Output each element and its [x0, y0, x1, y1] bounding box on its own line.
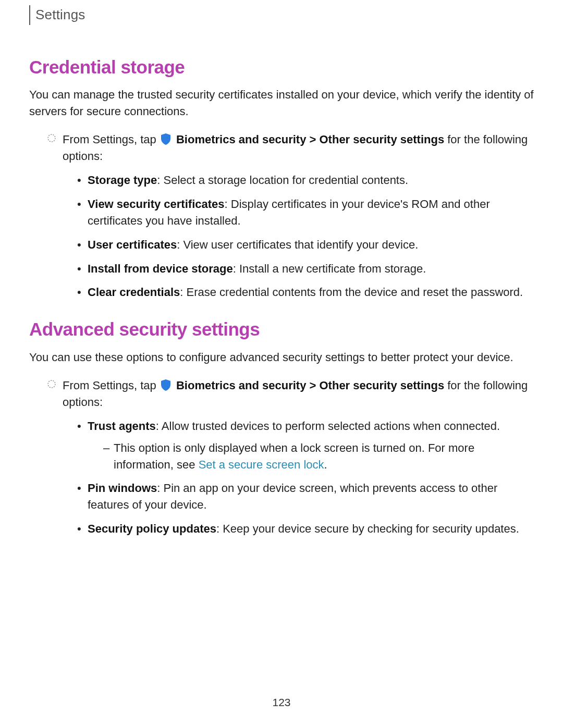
- step-marker-icon: [47, 133, 63, 167]
- breadcrumb: Settings: [35, 7, 85, 22]
- option-desc: : Allow trusted devices to perform selec…: [156, 419, 500, 433]
- nav-path-sep: >: [306, 379, 319, 392]
- list-item: View security certificates: Display cert…: [75, 196, 535, 229]
- option-label: View security certificates: [88, 198, 225, 211]
- section-intro: You can use these options to configure a…: [29, 349, 535, 366]
- screen-lock-link[interactable]: Set a secure screen lock: [199, 458, 324, 471]
- option-label: Install from device storage: [88, 262, 233, 275]
- instruction-step: From Settings, tap Biometrics and securi…: [29, 131, 535, 165]
- option-label: Clear credentials: [88, 286, 180, 299]
- section-intro: You can manage the trusted security cert…: [29, 87, 535, 120]
- page-number: 123: [0, 695, 563, 710]
- option-label: Trust agents: [88, 419, 156, 433]
- options-list-credential-storage: Storage type: Select a storage location …: [29, 172, 535, 301]
- option-label: Security policy updates: [88, 522, 216, 535]
- step-text: From Settings, tap Biometrics and securi…: [63, 377, 535, 411]
- option-label: User certificates: [88, 238, 177, 251]
- option-desc: : Install a new certificate from storage…: [233, 262, 426, 275]
- option-desc: : View user certificates that identify y…: [177, 238, 418, 251]
- list-item: Clear credentials: Erase credential cont…: [75, 284, 535, 301]
- step-marker-icon: [47, 379, 63, 413]
- section-title-credential-storage: Credential storage: [29, 54, 535, 81]
- nav-path-sep: >: [306, 133, 319, 146]
- svg-point-0: [48, 134, 55, 142]
- page-header: Settings: [29, 5, 535, 25]
- option-desc: : Erase credential contents from the dev…: [180, 286, 523, 299]
- sub-list-item: This option is only displayed when a loc…: [103, 440, 535, 473]
- biometrics-security-icon: [160, 133, 172, 145]
- list-item: User certificates: View user certificate…: [75, 237, 535, 253]
- options-list-advanced-security: Trust agents: Allow trusted devices to p…: [29, 418, 535, 537]
- nav-path-2: Other security settings: [320, 133, 445, 146]
- nav-path-1: Biometrics and security: [176, 133, 306, 146]
- sub-text-suffix: .: [324, 458, 327, 471]
- biometrics-security-icon: [160, 379, 172, 391]
- option-desc: : Keep your device secure by checking fo…: [216, 522, 519, 535]
- list-item: Trust agents: Allow trusted devices to p…: [75, 418, 535, 473]
- nav-path-2: Other security settings: [320, 379, 445, 392]
- instruction-step: From Settings, tap Biometrics and securi…: [29, 377, 535, 411]
- option-label: Storage type: [88, 174, 157, 187]
- step-prefix: From Settings, tap: [63, 379, 160, 392]
- list-item: Security policy updates: Keep your devic…: [75, 521, 535, 537]
- sub-list: This option is only displayed when a loc…: [88, 440, 535, 473]
- option-desc: : Select a storage location for credenti…: [157, 174, 408, 187]
- svg-point-1: [48, 380, 55, 388]
- section-title-advanced-security: Advanced security settings: [29, 316, 535, 343]
- step-text: From Settings, tap Biometrics and securi…: [63, 131, 535, 165]
- option-label: Pin windows: [88, 482, 157, 495]
- list-item: Install from device storage: Install a n…: [75, 261, 535, 277]
- nav-path-1: Biometrics and security: [176, 379, 306, 392]
- list-item: Pin windows: Pin an app on your device s…: [75, 480, 535, 513]
- list-item: Storage type: Select a storage location …: [75, 172, 535, 189]
- step-prefix: From Settings, tap: [63, 133, 160, 146]
